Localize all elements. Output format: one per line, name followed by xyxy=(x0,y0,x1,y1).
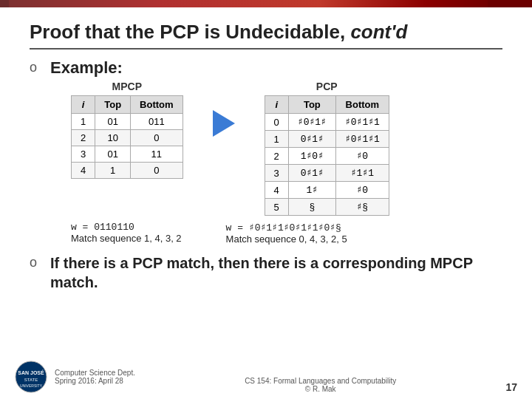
mpcp-w: w = 0110110 xyxy=(71,222,182,233)
mpcp-row: 2100 xyxy=(72,130,183,146)
pcp-cell-3-0: 3 xyxy=(265,165,288,182)
mpcp-cell-0-0: 1 xyxy=(72,114,95,130)
mpcp-cell-1-2: 0 xyxy=(131,130,183,146)
svg-text:STATE: STATE xyxy=(24,378,38,382)
mpcp-cell-3-2: 0 xyxy=(131,163,183,179)
pcp-row: 5§♯§ xyxy=(265,199,389,216)
pcp-row: 0♯0♯1♯♯0♯1♯1 xyxy=(265,114,389,131)
pcp-header-row: i Top Bottom xyxy=(265,96,389,114)
pcp-cell-5-2: ♯§ xyxy=(335,199,389,216)
match-mpcp: w = 0110110 Match sequence 1, 4, 3, 2 xyxy=(71,222,182,245)
conclusion-text: If there is a PCP match, then there is a… xyxy=(50,253,502,292)
dept-text: Computer Science Dept. xyxy=(55,369,135,377)
svg-text:UNIVERSITY: UNIVERSITY xyxy=(20,383,43,388)
pcp-section: PCP i Top Bottom 0♯0♯1♯♯0♯1♯110♯1♯♯0♯1♯1… xyxy=(265,81,389,216)
mpcp-cell-1-0: 2 xyxy=(72,130,95,146)
mpcp-section: MPCP i Top Bottom 101011210030111410 xyxy=(71,81,183,179)
pcp-cell-0-0: 0 xyxy=(265,114,288,131)
sjsu-logo-icon: SAN JOSÉ STATE UNIVERSITY xyxy=(15,361,47,393)
pcp-row: 30♯1♯♯1♯1 xyxy=(265,165,389,182)
mpcp-row: 101011 xyxy=(72,114,183,130)
pcp-cell-4-2: ♯0 xyxy=(335,182,389,199)
page-number: 17 xyxy=(505,381,517,393)
mpcp-cell-1-1: 10 xyxy=(95,130,131,146)
pcp-col-bottom: Bottom xyxy=(335,96,389,114)
pcp-cell-1-2: ♯0♯1♯1 xyxy=(335,131,389,148)
pcp-cell-2-2: ♯0 xyxy=(335,148,389,165)
title-text: Proof that the PCP is Undecidable, xyxy=(30,21,350,43)
mpcp-match: Match sequence 1, 4, 3, 2 xyxy=(71,233,182,244)
pcp-cell-0-2: ♯0♯1♯1 xyxy=(335,114,389,131)
pcp-cell-4-0: 4 xyxy=(265,182,288,199)
mpcp-row: 30111 xyxy=(72,146,183,163)
pcp-match: Match sequence 0, 4, 3, 2, 5 xyxy=(226,233,347,245)
mpcp-col-bottom: Bottom xyxy=(131,96,183,114)
pcp-cell-2-1: 1♯0♯ xyxy=(288,148,335,165)
mpcp-table: i Top Bottom 101011210030111410 xyxy=(71,95,183,179)
footer-info: Computer Science Dept. Spring 2016: Apri… xyxy=(55,369,135,385)
pcp-col-top: Top xyxy=(288,96,335,114)
footer-left: SAN JOSÉ STATE UNIVERSITY Computer Scien… xyxy=(15,361,135,393)
pcp-row: 10♯1♯♯0♯1♯1 xyxy=(265,131,389,148)
course-text: CS 154: Formal Languages and Computabili… xyxy=(245,377,396,385)
pcp-label: PCP xyxy=(316,81,338,92)
pcp-cell-3-2: ♯1♯1 xyxy=(335,165,389,182)
pcp-table: i Top Bottom 0♯0♯1♯♯0♯1♯110♯1♯♯0♯1♯121♯0… xyxy=(265,95,389,216)
bullet-2: o xyxy=(30,255,43,270)
pcp-row: 21♯0♯♯0 xyxy=(265,148,389,165)
pcp-row: 41♯♯0 xyxy=(265,182,389,199)
mpcp-cell-2-2: 11 xyxy=(131,146,183,163)
example-label: Example: xyxy=(50,58,389,78)
semester-text: Spring 2016: April 28 xyxy=(55,377,135,385)
pcp-cell-1-1: 0♯1♯ xyxy=(288,131,335,148)
mpcp-col-i: i xyxy=(72,96,95,114)
bullet-1: o xyxy=(30,60,43,75)
right-arrow-icon xyxy=(213,110,235,137)
mpcp-cell-2-0: 3 xyxy=(72,146,95,163)
mpcp-cell-0-2: 011 xyxy=(131,114,183,130)
pcp-cell-4-1: 1♯ xyxy=(288,182,335,199)
pcp-w: w = ♯0♯1♯1♯0♯1♯1♯0♯§ xyxy=(226,222,347,233)
page-title: Proof that the PCP is Undecidable, cont'… xyxy=(30,21,502,50)
arrow-container xyxy=(213,81,235,137)
mpcp-cell-3-0: 4 xyxy=(72,163,95,179)
pcp-cell-2-0: 2 xyxy=(265,148,288,165)
pcp-cell-1-0: 1 xyxy=(265,131,288,148)
pcp-cell-3-1: 0♯1♯ xyxy=(288,165,335,182)
title-italic: cont'd xyxy=(350,21,407,43)
mpcp-cell-0-1: 01 xyxy=(95,114,131,130)
footer: SAN JOSÉ STATE UNIVERSITY Computer Scien… xyxy=(0,361,532,393)
mpcp-header-row: i Top Bottom xyxy=(72,96,183,114)
match-pcp: w = ♯0♯1♯1♯0♯1♯1♯0♯§ Match sequence 0, 4… xyxy=(226,222,347,245)
mpcp-cell-2-1: 01 xyxy=(95,146,131,163)
mpcp-row: 410 xyxy=(72,163,183,179)
mpcp-cell-3-1: 1 xyxy=(95,163,131,179)
footer-center: CS 154: Formal Languages and Computabili… xyxy=(245,377,396,393)
pcp-cell-0-1: ♯0♯1♯ xyxy=(288,114,335,131)
mpcp-col-top: Top xyxy=(95,96,131,114)
copyright-text: © R. Mak xyxy=(245,385,396,393)
pcp-cell-5-1: § xyxy=(288,199,335,216)
pcp-cell-5-0: 5 xyxy=(265,199,288,216)
mpcp-label: MPCP xyxy=(112,81,142,92)
svg-text:SAN JOSÉ: SAN JOSÉ xyxy=(18,369,44,375)
pcp-col-i: i xyxy=(265,96,288,114)
